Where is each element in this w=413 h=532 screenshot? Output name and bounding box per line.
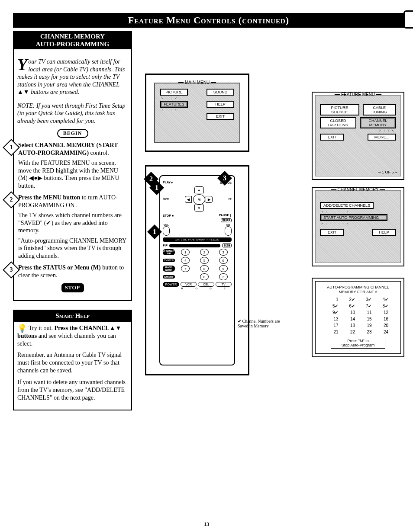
- step-1-diamond-icon: 1: [3, 139, 20, 156]
- channel-cell: 10: [345, 310, 355, 315]
- remote-pip-label: PIP: [163, 244, 168, 247]
- channel-cell: 4✔: [378, 297, 389, 302]
- remote-tv-button: TV: [216, 282, 232, 287]
- instruction-column: CHANNEL MEMORY AUTO-PROGRAMMING Your TV …: [13, 31, 132, 410]
- step-1-detail: With the FEATURES MENU on screen, move t…: [18, 159, 128, 189]
- smart-help-title: Smart Help: [14, 311, 131, 322]
- numpad-6: 6: [219, 257, 228, 264]
- highlight-marks-icon-3: ↗ ↑ ↑ ↖: [321, 129, 395, 133]
- header-square-icon: [403, 10, 413, 29]
- remote-illustration-frame: PLAY ▸STATUS REW ▲ ▼ ◀ ▶ M FF STOP ■PAUS…: [145, 165, 249, 375]
- step-2-diamond-icon: 2: [3, 191, 20, 208]
- channel-memory-menu-screen: ━━ CHANNEL MEMORY ━━ ADD/DELETE CHANNELS…: [312, 187, 404, 266]
- main-menu-title: ━━ MAIN MENU ━━: [155, 80, 239, 85]
- channel-cell: 13: [328, 317, 339, 321]
- cm-add-delete: ADD/DELETE CHANNELS: [320, 202, 374, 209]
- numpad-label-3: SMART: [163, 275, 175, 279]
- intro-paragraph: Your TV can automatically set itself for…: [17, 58, 128, 96]
- remote-surf-label: SURF: [221, 218, 232, 222]
- remote-pip-strip: CH/VOL POS SWAP FREEZE: [163, 237, 232, 242]
- smart-help-box: Smart Help 💡 Try it out. Press the CHANN…: [13, 310, 132, 410]
- channel-cell: 23: [361, 330, 372, 334]
- channel-cell: 7✔: [361, 304, 372, 308]
- channel-cell: 14: [345, 317, 355, 321]
- channel-cell: 18: [345, 323, 355, 328]
- remote-power-button: POWER: [163, 282, 179, 287]
- remote-vcr-button: VCR: [181, 282, 197, 287]
- channel-cell: 19: [361, 323, 372, 328]
- channel-cell: 9✔: [328, 310, 339, 315]
- channel-cell: 11: [361, 310, 372, 315]
- step-2-detail-a: The TV shows which channel numbers are "…: [18, 212, 128, 234]
- auto-programming-screen: AUTO-PROGRAMMING CHANNEL MEMORY FOR ANT …: [312, 278, 404, 357]
- saved-in-memory-note: Channel Numbers are Saved in Memory: [238, 319, 290, 328]
- remote-mode-label: M O D E: [163, 287, 232, 290]
- numpad-2: 2: [200, 249, 209, 256]
- remote-ff-label: FF: [229, 198, 232, 200]
- lightbulb-icon: 💡: [17, 324, 27, 332]
- channel-cell: 16: [378, 317, 389, 321]
- remote-dpad: ▲ ▼ ◀ ▶ M: [184, 186, 214, 212]
- step-3: 3 Press the STATUS or Menu (M) button to…: [17, 264, 128, 279]
- channel-cell: 6✔: [345, 304, 355, 308]
- numpad-label-0: 2 TUNER PIP: [163, 249, 175, 255]
- channel-cell: 17: [328, 323, 339, 328]
- channel-grid: 12✔3✔4✔5✔6✔7✔8✔9✔10111213141516171819202…: [328, 297, 388, 334]
- feature-menu-title: ━━ FEATURE MENU ━━: [316, 92, 400, 97]
- numpad-0: 0: [200, 273, 209, 280]
- feature-menu-screen: ━━ FEATURE MENU ━━ PICTURE SOURCE CABLE …: [312, 92, 404, 180]
- numpad-4: 4: [181, 257, 190, 264]
- remote-play-label: PLAY ▸: [163, 181, 173, 184]
- drop-cap: Y: [17, 58, 28, 71]
- channel-cell: 5✔: [328, 304, 339, 308]
- auto-prog-title: AUTO-PROGRAMMING CHANNEL MEMORY FOR ANT …: [319, 285, 397, 295]
- page-header-text: Feature Menu Controls (continued): [128, 15, 289, 26]
- callout-diamond-1-icon: 1: [149, 180, 164, 195]
- step-2-detail-b: "Auto-programming CHANNEL MEMORY is fini…: [18, 237, 128, 260]
- callout-diamond-3-icon: 3: [217, 171, 232, 186]
- main-menu-picture: PICTURE: [160, 89, 188, 96]
- begin-pill: BEGIN: [57, 129, 88, 138]
- remote-size-label: SIZE: [222, 244, 232, 247]
- title-line-1: CHANNEL MEMORY: [15, 32, 130, 40]
- main-menu-help: HELP: [206, 101, 234, 108]
- feature-channel-memory: CHANNEL MEMORY: [360, 117, 396, 128]
- channel-memory-title: ━━ CHANNEL MEMORY ━━: [316, 187, 400, 192]
- feature-exit: EXIT: [320, 134, 344, 141]
- channel-cell: 15: [361, 317, 372, 321]
- step-3-lead: Press the STATUS or Menu (M): [18, 264, 101, 271]
- highlight-marks-icon-4: ↘ ↓ ↓ ↓ ↓ ↓ ↙: [321, 210, 395, 213]
- main-menu-exit: EXIT: [206, 113, 234, 120]
- dpad-left-icon: ◀: [185, 196, 192, 203]
- step-2-lead: Press the MENU button: [18, 194, 80, 201]
- channel-cell: 24: [378, 330, 389, 334]
- channel-cell: 21: [328, 330, 339, 334]
- step-1-tail: control.: [89, 150, 109, 156]
- section-title-channel-memory: CHANNEL MEMORY AUTO-PROGRAMMING: [13, 31, 132, 49]
- page-number: 13: [0, 521, 413, 528]
- channel-cell: 2✔: [345, 297, 355, 302]
- dpad-up-icon: ▲: [194, 186, 204, 193]
- page-header: Feature Menu Controls (continued): [13, 13, 404, 28]
- stop-pill: STOP: [61, 283, 84, 292]
- channel-cell: 1: [328, 297, 339, 302]
- smart-p3: If you want to delete any unwanted chann…: [17, 378, 128, 402]
- numpad-label-2: BASS SURF: [163, 266, 175, 272]
- highlight-marks-icon-5: ↗ ↑ ↑ ↑ ↑ ↑ ↖: [321, 222, 395, 225]
- callout-remote-1-icon: 1: [147, 224, 162, 239]
- remote-number-pad: 2 TUNER PIP 1 2 3 TV/VCR 4 5 6 BASS SURF…: [163, 249, 232, 280]
- cm-help: HELP: [372, 229, 396, 236]
- remote-control: PLAY ▸STATUS REW ▲ ▼ ◀ ▶ M FF STOP ■PAUS…: [159, 175, 235, 365]
- remote-rew-label: REW: [163, 198, 169, 200]
- remote-ch-rocker: [225, 226, 232, 236]
- numpad-7: 7: [181, 265, 190, 272]
- title-line-2: AUTO-PROGRAMMING: [15, 40, 130, 48]
- channel-cell: 3✔: [361, 297, 372, 302]
- main-menu-features: FEATURES: [160, 101, 188, 108]
- cm-exit: EXIT: [320, 229, 344, 236]
- smart-p2: Remember, an Antenna or Cable TV signal …: [17, 351, 128, 375]
- numpad-enter-icon: ○: [219, 273, 228, 280]
- main-menu-screen: ━━ MAIN MENU ━━ PICTURE SOUND ↘ ↓ ↓ ↙ FE…: [145, 74, 249, 152]
- numpad-8: 8: [200, 265, 209, 272]
- dpad-right-icon: ▶: [206, 196, 213, 203]
